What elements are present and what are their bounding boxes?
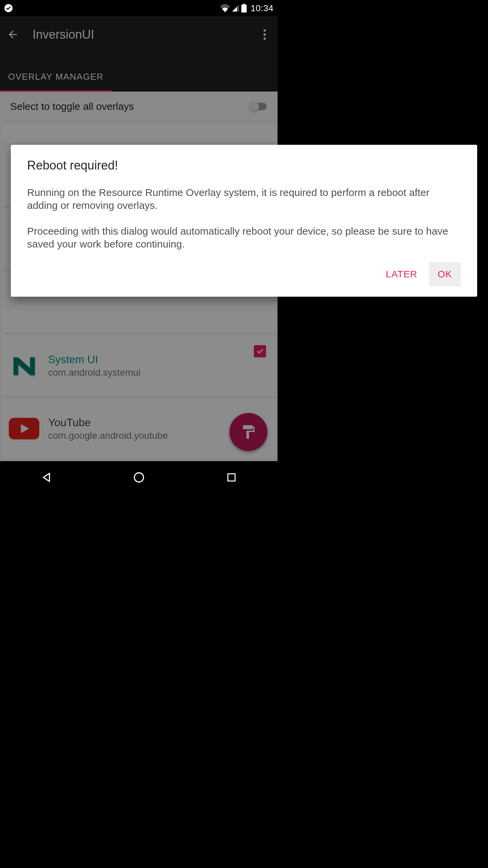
- check-circle-icon: [4, 4, 13, 13]
- nav-back-button[interactable]: [29, 467, 63, 488]
- battery-icon: [241, 4, 247, 13]
- dialog-actions: LATER OK: [27, 262, 278, 287]
- square-recent-icon: [226, 472, 237, 483]
- svg-rect-1: [242, 5, 247, 13]
- wifi-icon: [220, 4, 230, 12]
- triangle-back-icon: [40, 471, 53, 484]
- svg-point-7: [134, 473, 143, 482]
- reboot-dialog: Reboot required! Running on the Resource…: [11, 145, 278, 297]
- status-time: 10:34: [250, 3, 273, 14]
- signal-icon: [231, 4, 240, 12]
- dialog-title: Reboot required!: [27, 158, 278, 173]
- status-bar: 10:34: [0, 0, 278, 16]
- navigation-bar: [0, 461, 278, 494]
- nav-home-button[interactable]: [122, 467, 156, 488]
- svg-rect-2: [243, 4, 245, 5]
- nav-recent-button[interactable]: [215, 467, 248, 488]
- svg-rect-8: [228, 474, 235, 481]
- circle-home-icon: [133, 471, 145, 484]
- dialog-body: Running on the Resource Runtime Overlay …: [27, 186, 278, 251]
